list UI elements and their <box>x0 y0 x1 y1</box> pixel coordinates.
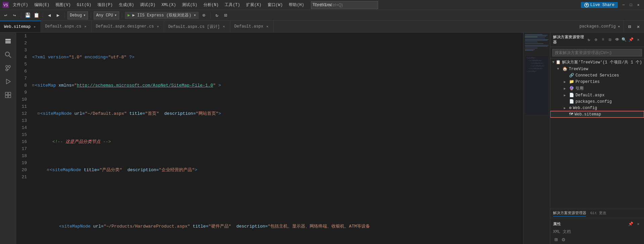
menu-help[interactable]: 帮助(H) <box>286 1 307 8</box>
activity-git[interactable] <box>2 62 14 74</box>
platform-dropdown[interactable]: Any CPU ▾ <box>94 11 119 19</box>
tab-web-sitemap-label: Web.sitemap <box>4 25 31 29</box>
menu-analyze[interactable]: 分析(N) <box>201 1 222 8</box>
menu-test[interactable]: 测试(S) <box>179 1 200 8</box>
properties-icon: 📁 <box>569 79 574 84</box>
menu-file[interactable]: 文件(F) <box>10 1 31 8</box>
filter-button[interactable]: ≡ <box>600 37 606 43</box>
connected-services-label: Connected Services <box>576 73 619 78</box>
sync-files-button[interactable]: ↻ <box>586 37 592 43</box>
git-changes-tab[interactable]: Git 更改 <box>590 210 606 216</box>
activity-search[interactable] <box>2 49 14 61</box>
tab-web-sitemap[interactable]: Web.sitemap ✕ <box>0 21 41 33</box>
code-line-1: <?xml version="1.0" encoding="utf-8" ?> <box>32 54 523 61</box>
tree-properties[interactable]: ▶ 📁 Properties <box>550 79 644 85</box>
tree-packages-config[interactable]: 📄 packages.config <box>550 98 644 105</box>
svg-point-12 <box>8 65 10 67</box>
collapse-all-button[interactable]: ⊟ <box>607 37 613 43</box>
activity-extensions[interactable] <box>2 89 14 101</box>
web-sitemap-icon: 🗺 <box>569 112 573 117</box>
code-editor[interactable]: 1 2 3 4 5 6 7 8 9 10 11 12 13 14 15 16 1 <box>16 33 523 244</box>
prop-close-button[interactable]: ✕ <box>635 221 641 227</box>
solution-explorer-toolbar: ↻ ⊙ ≡ ⊟ 👁 🔍 📌 ✕ <box>586 37 641 43</box>
run-button[interactable]: ▶ ▶ IIS Express (双核浏览器) ▾ <box>125 12 199 19</box>
toolbar-back[interactable]: ◀ <box>46 12 53 19</box>
toolbar-refresh[interactable]: ↻ <box>213 12 221 19</box>
menu-edit[interactable]: 编辑(E) <box>32 1 52 8</box>
toolbar-forward[interactable]: ▶ <box>54 12 62 19</box>
se-pin-button[interactable]: 📌 <box>628 37 634 43</box>
menu-tools[interactable]: 工具(T) <box>222 1 243 8</box>
toolbar-undo[interactable]: ↩ <box>2 12 9 19</box>
tab-web-sitemap-close[interactable]: ✕ <box>33 25 37 29</box>
tree-default-aspx[interactable]: ▶ 📄 Default.aspx <box>550 92 644 98</box>
prop-sort-button[interactable]: ⊞ <box>553 237 559 243</box>
code-lines: <?xml version="1.0" encoding="utf-8" ?> … <box>30 33 523 244</box>
default-aspx-label: Default.aspx <box>576 93 604 98</box>
web-config-icon: ⚙ <box>569 105 571 110</box>
svg-text:VS: VS <box>3 3 8 7</box>
menu-project[interactable]: 项目(P) <box>95 1 116 8</box>
menu-git[interactable]: Git(G) <box>74 2 94 8</box>
tab-default-aspx-cs[interactable]: Default.aspx.cs ✕ <box>41 21 92 33</box>
menu-xml[interactable]: XML(X) <box>159 2 179 8</box>
tab-default-design-close[interactable]: ✕ <box>222 24 226 29</box>
menu-extensions[interactable]: 扩展(X) <box>243 1 264 8</box>
code-line-2: ⊟<siteMap xmlns="http://schemas.microsof… <box>32 82 523 89</box>
tree-connected-services[interactable]: 🔗 Connected Services <box>550 72 644 79</box>
menu-build[interactable]: 生成(B) <box>116 1 137 8</box>
toolbar-save-all[interactable]: 📋 <box>33 12 40 19</box>
solution-explorer-tab[interactable]: 解决方案资源管理器 <box>553 210 586 216</box>
close-panel-button[interactable]: ✕ <box>635 23 642 30</box>
prop-pin-button[interactable]: 📌 <box>628 221 634 227</box>
refresh-button[interactable]: ⊙ <box>593 37 599 43</box>
tree-arrow-properties: ▶ <box>564 80 568 84</box>
packages-config-tab[interactable]: packages.config ▾ <box>576 21 624 33</box>
references-label: 引用 <box>576 86 584 91</box>
maximize-button[interactable]: □ <box>628 2 634 8</box>
tree-solution-root[interactable]: ▼ 📋 解决方案'TreeView'(1 个项目/共 1 个) <box>550 59 644 66</box>
show-all-button[interactable]: 👁 <box>614 37 620 43</box>
menu-debug[interactable]: 调试(D) <box>137 1 158 8</box>
solution-icon: 📋 <box>556 60 561 65</box>
activity-explorer[interactable] <box>2 35 14 47</box>
tree-web-config[interactable]: ▶ ⚙ Web.config <box>550 105 644 111</box>
toolbar-settings[interactable]: ⊡ <box>222 12 229 19</box>
tree-project-root[interactable]: ▼ 🏠 TreeView <box>550 66 644 72</box>
tree-references[interactable]: ▶ 🔮 引用 <box>550 85 644 92</box>
tab-default-designer[interactable]: Default.aspx.designer.cs ✕ <box>92 21 164 33</box>
se-close-button[interactable]: ✕ <box>635 37 641 43</box>
tab-default-aspx[interactable]: Default.aspx ✕ <box>230 21 274 33</box>
close-button[interactable]: ✕ <box>635 2 641 8</box>
code-line-5: ⊟<siteMapNode title="产品分类" description="… <box>32 166 523 174</box>
toolbar-attach[interactable]: ⊙ <box>200 12 208 19</box>
tab-default-designer-close[interactable]: ✕ <box>156 24 160 29</box>
toolbar-save[interactable]: 💾 <box>24 12 31 19</box>
toolbar-sep-5 <box>122 12 122 18</box>
prop-filter-button[interactable]: ⚙ <box>560 237 566 243</box>
solution-explorer-panel: 解决方案资源管理器 ↻ ⊙ ≡ ⊟ 👁 🔍 📌 ✕ <box>550 33 644 244</box>
toolbar-redo[interactable]: ↪ <box>11 12 18 19</box>
svg-point-9 <box>5 52 9 56</box>
tree-web-sitemap[interactable]: 🗺 Web.sitemap <box>550 111 644 117</box>
minimize-button[interactable]: ─ <box>620 2 627 8</box>
tree-arrow-solution: ▼ <box>552 60 554 64</box>
editor-area: 1 2 3 4 5 6 7 8 9 10 11 12 13 14 15 16 1 <box>16 33 644 244</box>
menu-window[interactable]: 窗口(W) <box>265 1 286 8</box>
tab-default-aspx-cs-close[interactable]: ✕ <box>83 24 87 29</box>
tab-default-aspx-cs-label: Default.aspx.cs <box>45 24 81 29</box>
packages-label: packages.config <box>576 99 612 104</box>
debug-config-dropdown[interactable]: Debug ▾ <box>67 11 88 19</box>
tab-default-aspx-close[interactable]: ✕ <box>265 24 269 29</box>
split-editor-button[interactable]: ⊟ <box>626 23 633 30</box>
live-share-button[interactable]: Live Share <box>581 2 618 8</box>
app-title: TreeView <box>312 3 332 7</box>
toolbar-sep-3 <box>64 12 65 18</box>
search-button[interactable]: 🔍 <box>621 37 627 43</box>
tab-default-design[interactable]: Default.aspx.cs [设计] ✕ <box>164 21 230 33</box>
activity-debug[interactable] <box>2 76 14 88</box>
menu-view[interactable]: 视图(V) <box>53 1 74 8</box>
tree-arrow-project: ▼ <box>557 67 561 71</box>
solution-search-input[interactable] <box>552 49 642 56</box>
solution-explorer-header: 解决方案资源管理器 ↻ ⊙ ≡ ⊟ 👁 🔍 📌 ✕ <box>550 33 644 47</box>
